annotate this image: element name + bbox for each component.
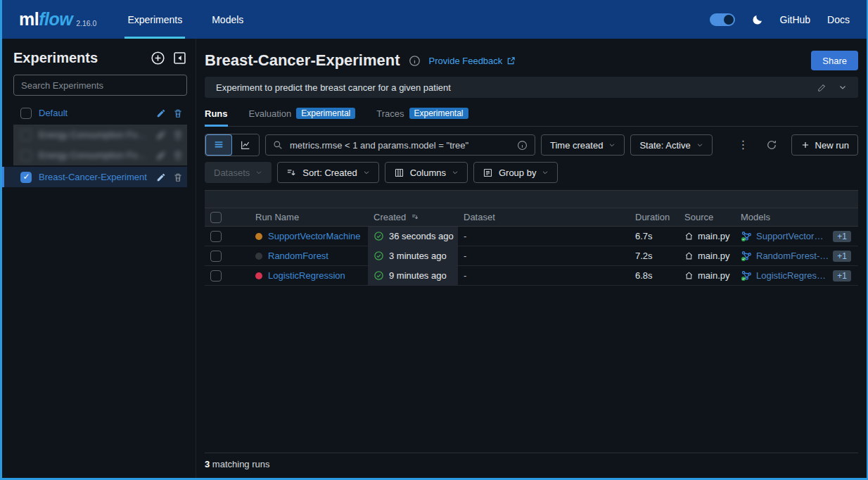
chart-view-button[interactable] [232,134,259,156]
header-source[interactable]: Source [684,212,735,222]
run-status-finished-icon [374,270,384,281]
more-models-badge[interactable]: +1 [833,270,851,282]
experiment-checkbox[interactable] [20,172,32,183]
columns-label: Columns [410,168,446,178]
group-by-dropdown[interactable]: Group by [473,162,558,183]
moon-icon [752,14,763,25]
info-icon[interactable] [409,55,421,67]
collapse-sidebar-icon[interactable] [172,51,187,65]
edit-experiment-icon[interactable] [156,130,166,140]
nav-tab-models[interactable]: Models [209,0,246,39]
delete-experiment-icon[interactable] [173,172,183,182]
sort-desc-icon [411,213,420,222]
mlflow-logo[interactable]: mlflow 2.16.0 [19,0,96,39]
more-models-badge[interactable]: +1 [833,251,851,262]
edit-experiment-icon[interactable] [156,151,166,160]
runs-filter-input[interactable] [288,139,511,151]
run-checkbox[interactable] [210,231,222,242]
run-checkbox[interactable] [210,270,222,282]
experiment-description: Experiment to predict the breast cancer … [216,82,451,93]
delete-experiment-icon[interactable] [173,151,183,160]
run-checkbox[interactable] [210,251,222,262]
logo-ml: ml [19,9,39,30]
refresh-icon[interactable] [766,139,777,151]
tab-traces[interactable]: Traces Experimental [376,108,468,127]
model-version-link[interactable]: LogisticRegression… [756,270,829,281]
experiment-link[interactable]: Energy Consumption Fo… [39,130,149,140]
edit-experiment-icon[interactable] [156,108,166,118]
experiment-item-default[interactable]: Default [13,103,187,123]
search-icon [273,140,283,150]
experiment-link[interactable]: Default [39,108,149,118]
more-options-icon[interactable]: ⋮ [735,139,752,151]
new-run-label: New run [815,140,849,151]
group-by-label: Group by [499,168,536,178]
more-models-badge[interactable]: +1 [833,231,851,242]
run-status-finished-icon [374,231,384,241]
time-created-dropdown[interactable]: Time created [541,134,625,156]
state-filter-dropdown[interactable]: State: Active [630,134,712,156]
experiment-item-redacted[interactable]: Energy Consumption Fo… [13,145,187,165]
header-duration[interactable]: Duration [635,212,684,222]
github-link[interactable]: GitHub [780,14,811,25]
toggle-knob [724,15,734,25]
columns-dropdown[interactable]: Columns [385,162,468,183]
experiment-link[interactable]: Breast-Cancer-Experiment [39,172,149,182]
header-run-name[interactable]: Run Name [255,212,368,222]
datasets-dropdown[interactable]: Datasets [205,162,272,183]
run-color-dot [255,253,262,260]
select-all-checkbox[interactable] [210,212,222,223]
external-link-icon [506,56,516,65]
run-duration: 6.8s [635,270,684,281]
edit-experiment-icon[interactable] [156,172,166,182]
header-models[interactable]: Models [735,212,858,222]
runs-subtoolbar: Datasets Sort: Created [205,162,858,183]
header-created[interactable]: Created [368,208,458,226]
share-button[interactable]: Share [811,51,858,70]
experiment-checkbox[interactable] [20,108,32,119]
sort-icon [286,168,297,178]
edit-description-icon[interactable] [817,82,827,92]
run-created-time[interactable]: 36 seconds ago [389,231,454,241]
delete-experiment-icon[interactable] [173,108,183,118]
chevron-down-icon [363,169,370,176]
experiment-item-redacted[interactable]: Energy Consumption Fo… [13,125,187,145]
run-source[interactable]: main.py [698,251,730,261]
sort-dropdown[interactable]: Sort: Created [277,162,378,183]
runs-search-box [265,134,535,156]
home-icon [684,251,694,260]
provide-feedback-link[interactable]: Provide Feedback [429,56,517,66]
run-name-link[interactable]: RandomForest [268,251,328,261]
nav-tab-experiments[interactable]: Experiments [125,0,185,39]
experiment-checkbox[interactable] [20,150,32,161]
run-source[interactable]: main.py [698,270,730,281]
run-created-time[interactable]: 9 minutes ago [389,270,447,281]
experiment-checkbox[interactable] [20,130,32,141]
header-dataset[interactable]: Dataset [458,212,635,222]
run-row: RandomForest 3 minutes ago - 7.2s main.p… [205,246,858,266]
tab-evaluation[interactable]: Evaluation Experimental [249,108,356,127]
tab-runs[interactable]: Runs [205,108,228,127]
collapse-description-icon[interactable] [838,83,847,91]
experimental-badge: Experimental [296,108,355,119]
run-name-link[interactable]: LogisticRegression [268,270,345,281]
experiment-link[interactable]: Energy Consumption Fo… [39,150,149,160]
run-source[interactable]: main.py [698,231,730,241]
model-version-link[interactable]: SupportVectorMac… [756,231,829,241]
search-experiments-input[interactable] [13,75,187,96]
time-created-label: Time created [550,140,603,151]
run-created-time[interactable]: 3 minutes ago [389,251,447,261]
theme-toggle[interactable] [710,13,735,26]
tab-evaluation-label: Evaluation [249,108,292,119]
new-run-button[interactable]: New run [791,134,858,156]
view-mode-toggle [205,134,260,156]
state-filter-label: State: Active [639,140,690,151]
run-name-link[interactable]: SupportVectorMachine [268,231,361,241]
model-version-link[interactable]: RandomForest-Bre… [756,251,829,261]
create-experiment-icon[interactable] [151,51,165,65]
query-info-icon[interactable] [517,140,528,151]
list-view-button[interactable] [205,134,232,156]
delete-experiment-icon[interactable] [173,130,183,140]
docs-link[interactable]: Docs [827,14,850,25]
experiment-item-breast-cancer[interactable]: Breast-Cancer-Experiment [2,167,187,187]
